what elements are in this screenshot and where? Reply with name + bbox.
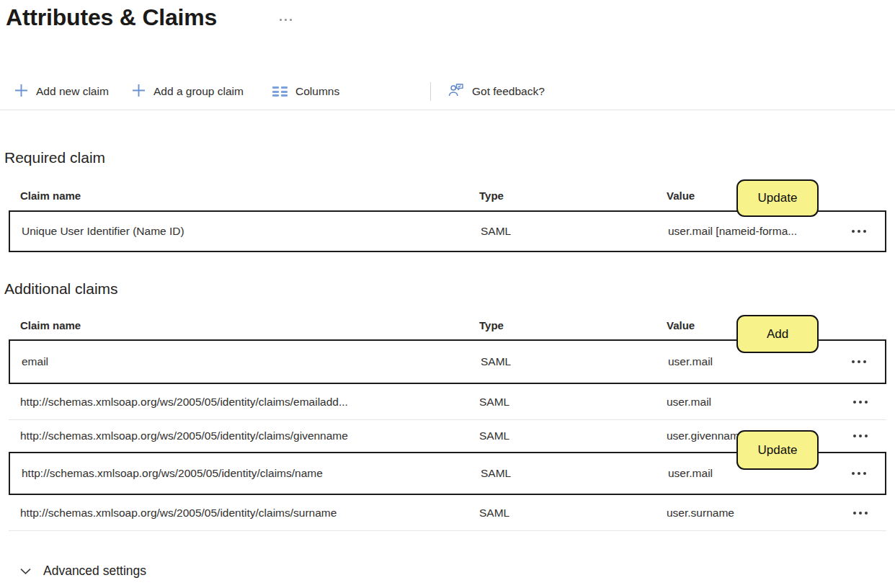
- claim-name-cell: http://schemas.xmlsoap.org/ws/2005/05/id…: [10, 467, 481, 480]
- add-group-claim-label: Add a group claim: [153, 85, 244, 98]
- more-options-icon[interactable]: [853, 398, 868, 406]
- got-feedback-label: Got feedback?: [472, 85, 545, 98]
- claim-type-cell: SAML: [481, 355, 668, 368]
- column-header-type: Type: [479, 190, 667, 202]
- annotation-note-update-required: Update: [736, 179, 819, 217]
- columns-button[interactable]: Columns: [272, 74, 339, 109]
- got-feedback-button[interactable]: Got feedback?: [448, 74, 545, 109]
- annotation-note-add-email: Add: [736, 315, 819, 353]
- table-row-surname[interactable]: http://schemas.xmlsoap.org/ws/2005/05/id…: [9, 495, 886, 531]
- claim-value-cell: user.surname: [667, 507, 832, 520]
- advanced-settings-label: Advanced settings: [43, 564, 146, 579]
- more-options-icon[interactable]: [853, 509, 868, 517]
- columns-icon: [272, 86, 288, 97]
- add-new-claim-label: Add new claim: [36, 85, 109, 98]
- more-options-icon[interactable]: [853, 432, 868, 440]
- claim-type-cell: SAML: [481, 467, 668, 480]
- advanced-settings-toggle[interactable]: Advanced settings: [20, 564, 146, 579]
- add-group-claim-button[interactable]: Add a group claim: [132, 74, 244, 109]
- claim-value-cell: user.mail [nameid-forma...: [668, 225, 830, 238]
- more-options-icon[interactable]: [852, 227, 866, 236]
- claim-type-cell: SAML: [481, 225, 668, 238]
- annotation-note-update-name: Update: [736, 430, 819, 470]
- table-row-emailaddress[interactable]: http://schemas.xmlsoap.org/ws/2005/05/id…: [9, 384, 886, 420]
- claim-name-cell: http://schemas.xmlsoap.org/ws/2005/05/id…: [9, 396, 479, 409]
- claim-value-cell: user.mail: [667, 396, 832, 409]
- additional-claims-heading: Additional claims: [4, 280, 118, 298]
- add-new-claim-button[interactable]: Add new claim: [14, 74, 109, 109]
- claim-name-cell: http://schemas.xmlsoap.org/ws/2005/05/id…: [9, 507, 479, 520]
- command-bar: Add new claim Add a group claim Columns: [0, 74, 895, 110]
- claim-type-cell: SAML: [479, 507, 667, 520]
- claim-name-cell: email: [10, 355, 481, 368]
- claim-type-cell: SAML: [479, 396, 667, 409]
- more-options-icon[interactable]: [852, 469, 866, 478]
- column-header-claim-name: Claim name: [9, 190, 479, 202]
- plus-icon: [132, 84, 146, 100]
- title-more-icon[interactable]: [280, 19, 292, 21]
- feedback-person-icon: [448, 83, 464, 100]
- plus-icon: [14, 84, 28, 100]
- columns-label: Columns: [295, 85, 339, 98]
- claim-value-cell: user.mail: [668, 355, 830, 368]
- claim-name-cell: http://schemas.xmlsoap.org/ws/2005/05/id…: [9, 429, 479, 442]
- column-header-type: Type: [479, 319, 667, 331]
- claim-type-cell: SAML: [479, 429, 667, 442]
- claim-name-cell: Unique User Identifier (Name ID): [10, 225, 481, 238]
- attributes-claims-page: Attributes & Claims Add new claim Add a …: [0, 0, 895, 588]
- more-options-icon[interactable]: [852, 357, 866, 366]
- chevron-down-icon: [20, 564, 31, 579]
- toolbar-divider: [430, 82, 431, 101]
- page-title: Attributes & Claims: [6, 4, 217, 31]
- column-header-claim-name: Claim name: [9, 319, 479, 331]
- required-claim-heading: Required claim: [4, 149, 105, 166]
